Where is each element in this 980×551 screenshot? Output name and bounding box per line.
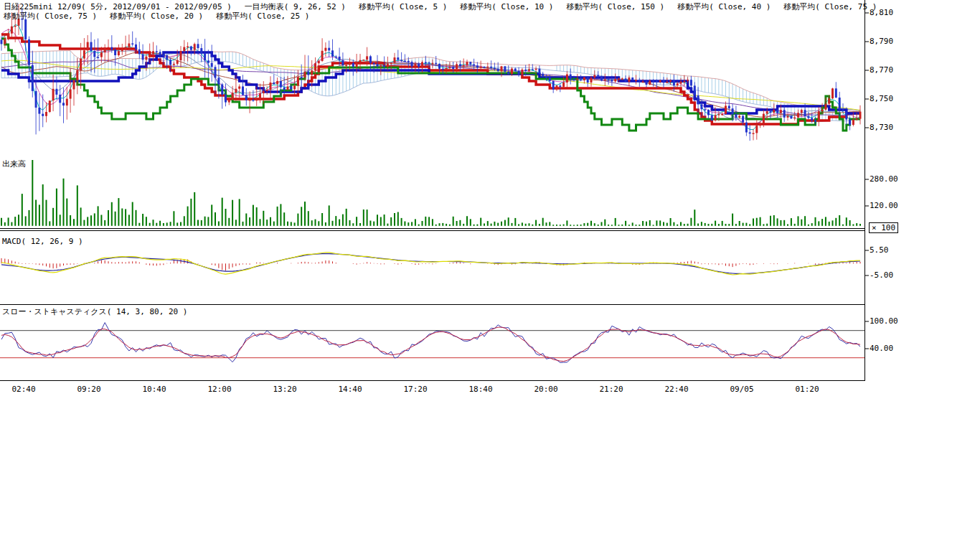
time-axis-label: 21:20	[599, 385, 623, 394]
price-axis-label: 8,750	[870, 94, 893, 103]
price-axis-label: 8,790	[870, 37, 893, 46]
time-axis-label: 01:20	[795, 385, 819, 394]
time-axis-label: 22:40	[664, 385, 688, 394]
volume-multiplier-badge: × 100	[869, 222, 898, 233]
legend-ma150: 移動平均( Close, 150 )	[566, 2, 664, 11]
legend-ma75b: 移動平均( Close, 75 )	[4, 11, 97, 21]
legend-ma75: 移動平均( Close, 75 )	[783, 2, 877, 11]
time-axis-label: 09/05	[730, 385, 753, 394]
macd-panel-label: MACD( 12, 26, 9 )	[2, 237, 83, 246]
legend-ma10: 移動平均( Close, 10 )	[460, 2, 553, 11]
price-axis-label: 8,730	[870, 123, 893, 132]
stoch-axis-label: 40.00	[870, 344, 893, 353]
chart-canvas[interactable]	[0, 0, 980, 551]
volume-axis-label: 280.00	[870, 174, 898, 184]
time-axis-label: 12:00	[207, 385, 231, 394]
price-axis-label: 8,770	[870, 65, 893, 75]
time-axis-label: 02:40	[11, 385, 35, 394]
stoch-panel-label: スロー・ストキャスティクス( 14, 3, 80, 20 )	[2, 306, 187, 317]
stoch-axis-label: 100.00	[870, 316, 898, 326]
time-axis-label: 14:40	[338, 385, 362, 394]
chart-legend-line2: 移動平均( Close, 75 )移動平均( Close, 20 )移動平均( …	[4, 11, 322, 22]
time-axis-label: 09:20	[77, 385, 100, 394]
time-axis-label: 10:40	[142, 385, 166, 394]
time-axis-label: 18:40	[468, 385, 492, 394]
macd-axis-label: 5.50	[870, 245, 889, 255]
price-axis-label: 8,810	[870, 8, 893, 17]
legend-ma25: 移動平均( Close, 25 )	[216, 11, 309, 21]
legend-ma40: 移動平均( Close, 40 )	[677, 2, 771, 11]
legend-ma5: 移動平均( Close, 5 )	[359, 2, 447, 11]
time-axis-label: 20:00	[534, 385, 557, 394]
volume-panel-label: 出来高	[2, 159, 26, 169]
volume-axis-label: 120.00	[870, 201, 898, 210]
legend-ma20: 移動平均( Close, 20 )	[110, 11, 203, 21]
time-axis-label: 17:20	[403, 385, 427, 394]
macd-axis-label: -5.00	[870, 270, 893, 280]
time-axis-label: 13:20	[273, 385, 296, 394]
